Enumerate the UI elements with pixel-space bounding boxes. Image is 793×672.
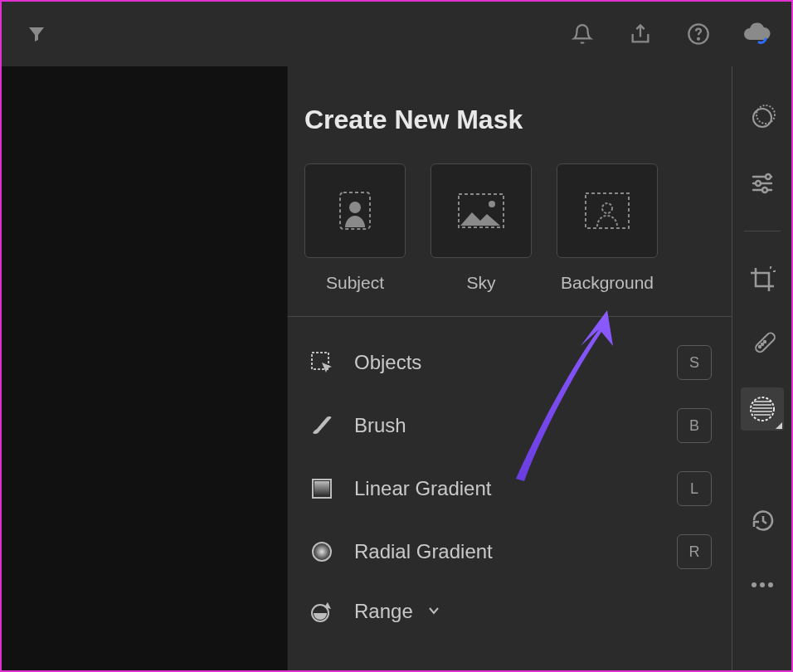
svg-point-30 [768, 582, 773, 587]
share-icon[interactable] [625, 19, 655, 49]
mask-card-row: Subject Sky [288, 135, 732, 316]
svg-point-1 [698, 38, 699, 40]
mask-panel: Create New Mask Subject [287, 66, 732, 670]
top-toolbar [2, 2, 791, 66]
subject-icon [332, 187, 378, 234]
background-card[interactable] [557, 163, 658, 258]
brush-icon [308, 411, 336, 440]
svg-point-7 [602, 203, 612, 213]
background-icon [582, 190, 632, 231]
svg-point-16 [756, 181, 761, 186]
svg-point-5 [489, 201, 495, 207]
svg-point-17 [762, 187, 767, 192]
background-label: Background [561, 273, 654, 293]
tool-list: Objects S Brush B Linear Gradient L [288, 317, 732, 626]
objects-icon [308, 348, 336, 377]
chevron-down-icon [426, 600, 441, 622]
tool-range[interactable]: Range [308, 597, 712, 626]
history-tool[interactable] [741, 499, 784, 542]
brush-shortcut: B [677, 408, 712, 443]
svg-rect-10 [314, 481, 329, 496]
tool-radial-gradient[interactable]: Radial Gradient R [308, 534, 712, 569]
healing-tool[interactable] [741, 323, 784, 366]
svg-point-13 [753, 109, 771, 127]
sliders-tool[interactable] [741, 161, 784, 204]
svg-point-29 [760, 582, 765, 587]
sky-label: Sky [466, 273, 495, 293]
cloud-sync-icon[interactable] [742, 19, 771, 49]
crop-tool[interactable] [741, 258, 784, 301]
subject-label: Subject [326, 273, 384, 293]
svg-point-14 [757, 105, 775, 124]
masking-tool[interactable] [741, 387, 784, 431]
objects-label: Objects [354, 351, 659, 374]
svg-rect-6 [586, 193, 629, 228]
svg-point-20 [763, 341, 765, 343]
range-icon [308, 597, 336, 626]
radial-gradient-shortcut: R [677, 534, 712, 569]
svg-point-22 [751, 397, 774, 421]
linear-gradient-icon [308, 475, 336, 503]
canvas-area[interactable] [2, 66, 287, 670]
linear-gradient-label: Linear Gradient [354, 477, 659, 500]
sky-icon [455, 191, 507, 231]
tool-brush[interactable]: Brush B [308, 408, 712, 443]
panel-title: Create New Mask [288, 66, 732, 135]
svg-point-11 [313, 543, 331, 561]
bell-icon[interactable] [567, 19, 597, 49]
edit-tool[interactable] [741, 96, 784, 139]
svg-point-19 [758, 346, 760, 348]
linear-gradient-shortcut: L [677, 471, 712, 506]
sky-card[interactable] [431, 163, 532, 258]
subject-card[interactable] [304, 163, 406, 258]
svg-point-3 [349, 202, 361, 213]
svg-point-15 [766, 174, 771, 179]
range-label: Range [354, 600, 712, 623]
help-icon[interactable] [684, 19, 713, 49]
more-icon[interactable] [741, 563, 784, 606]
brush-label: Brush [354, 414, 659, 437]
tool-linear-gradient[interactable]: Linear Gradient L [308, 471, 712, 506]
tool-objects[interactable]: Objects S [308, 345, 712, 380]
funnel-icon[interactable] [22, 19, 51, 49]
radial-gradient-icon [308, 538, 336, 566]
svg-point-28 [752, 582, 757, 587]
objects-shortcut: S [677, 345, 712, 380]
radial-gradient-label: Radial Gradient [354, 540, 659, 563]
svg-point-21 [761, 343, 762, 345]
right-tool-rail [732, 66, 791, 670]
